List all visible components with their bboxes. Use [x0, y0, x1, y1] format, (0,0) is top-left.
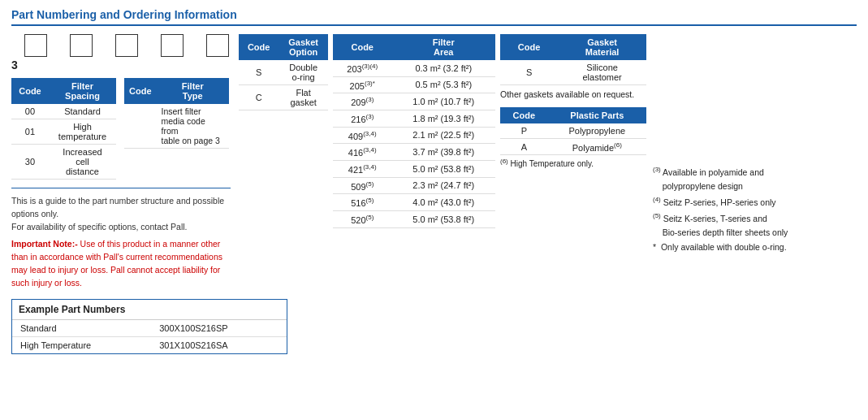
example-label: Standard: [12, 320, 151, 337]
guide-text: This is a guide to the part number struc…: [11, 195, 231, 233]
code-cell: 30: [11, 145, 49, 180]
col-filter-area-header: FilterArea: [391, 34, 495, 60]
footnote-3: (3) Available in polyamide and polypropy…: [653, 164, 812, 194]
table-row: 30 Increasedcelldistance: [11, 145, 116, 180]
filter-spacing-table: Code FilterSpacing 00 Standard 01 Highte…: [11, 78, 116, 180]
footnote-4: (4) Seitz P-series, HP-series only: [653, 194, 812, 210]
table-row: 216(3) 1.8 m² (19.3 ft²): [333, 110, 495, 127]
code-box-3: [115, 34, 138, 57]
col-code-header: Code: [11, 78, 49, 104]
col-code-header: Code: [500, 107, 548, 123]
value-cell: Insert filtermedia code fromtable on pag…: [157, 104, 230, 149]
footnote-star: * Only available with double o-ring.: [653, 240, 812, 255]
col-code-header: Code: [124, 78, 157, 104]
code-box-2: [70, 34, 93, 57]
code-box-1: [24, 34, 47, 57]
col-gasket-material-header: GasketMaterial: [558, 34, 646, 60]
col-gasket-option-header: GasketOption: [279, 34, 328, 60]
col-code-header: Code: [500, 34, 558, 60]
structure-number: 3: [11, 34, 18, 71]
code-box-4: [161, 34, 184, 57]
gasket-note: Other gaskets available on request.: [500, 89, 646, 101]
table-row: 00 Standard: [11, 104, 116, 119]
table-row: S Doubleo-ring: [239, 60, 328, 85]
gasket-material-table: Code GasketMaterial S Siliconeelastomer: [500, 34, 646, 85]
plastic-parts-table: Code Plastic Parts P Polypropylene A Pol…: [500, 107, 646, 156]
table-row: 509(5) 2.3 m² (24.7 ft²): [333, 177, 495, 194]
code-cell: 00: [11, 104, 49, 119]
table-row: 409(3,4) 2.1 m² (22.5 ft²): [333, 127, 495, 144]
table-row: 516(5) 4.0 m² (43.0 ft²): [333, 194, 495, 211]
page-title: Part Numbering and Ordering Information: [11, 8, 857, 26]
filter-area-footnotes: (3) Available in polyamide and polypropy…: [650, 34, 812, 255]
table-row: C Flatgasket: [239, 85, 328, 110]
table-row: S Siliconeelastomer: [500, 60, 646, 85]
example-label: High Temperature: [12, 337, 151, 354]
table-row: 203(3)(4) 0.3 m² (3.2 ft²): [333, 60, 495, 76]
table-row: Insert filtermedia code fromtable on pag…: [124, 104, 229, 149]
col-plastic-parts-header: Plastic Parts: [548, 107, 646, 123]
code-cell: 01: [11, 119, 49, 145]
table-row: A Polyamide(6): [500, 138, 646, 155]
filter-area-table: Code FilterArea 203(3)(4) 0.3 m² (3.2 ft…: [333, 34, 495, 228]
value-cell: Increasedcelldistance: [49, 145, 116, 180]
table-row: 520(5) 5.0 m² (53.8 ft²): [333, 210, 495, 227]
gasket-option-table: Code GasketOption S Doubleo-ring C Flatg…: [239, 34, 328, 110]
code-box-5: [206, 34, 229, 57]
important-note-label: Important Note:-: [11, 239, 78, 249]
col-code-header: Code: [239, 34, 279, 60]
important-note: Important Note:- Use of this product in …: [11, 238, 231, 289]
col-filter-spacing-header: FilterSpacing: [49, 78, 116, 104]
table-row: 01 Hightemperature: [11, 119, 116, 145]
table-row: P Polypropylene: [500, 123, 646, 139]
plastic-parts-footnote: (6) High Temperature only.: [500, 158, 646, 168]
value-cell: Hightemperature: [49, 119, 116, 145]
table-row: 209(3) 1.0 m² (10.7 ft²): [333, 93, 495, 110]
col-filter-type-header: FilterType: [157, 78, 230, 104]
code-cell: [124, 104, 157, 149]
col-code-header: Code: [333, 34, 391, 60]
table-row: 421(3,4) 5.0 m² (53.8 ft²): [333, 160, 495, 177]
value-cell: Standard: [49, 104, 116, 119]
filter-type-table: Code FilterType Insert filtermedia code …: [124, 78, 229, 149]
table-row: 416(3,4) 3.7 m² (39.8 ft²): [333, 144, 495, 161]
footnote-5: (5) Seitz K-series, T-series and Bio-ser…: [653, 210, 812, 240]
divider: [11, 188, 231, 188]
table-row: 205(3)* 0.5 m² (5.3 ft²): [333, 76, 495, 93]
